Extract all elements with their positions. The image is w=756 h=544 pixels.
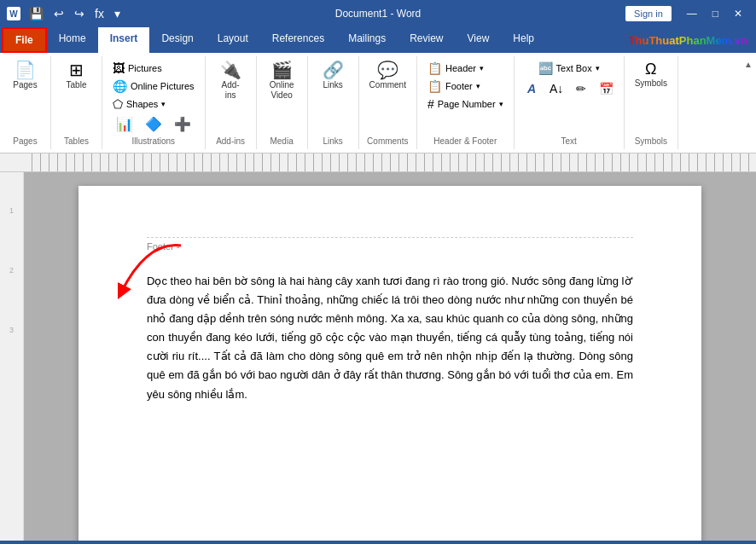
footer-section-label: Footer - (147, 237, 633, 255)
text-items: 🔤 Text Box ▾ (535, 60, 603, 77)
ruler (0, 153, 756, 172)
close-button[interactable]: ✕ (727, 6, 749, 21)
screenshot-icon: ➕ (174, 118, 191, 131)
group-media: 🎬 OnlineVideo Media (257, 56, 308, 149)
document-page: Footer - Dọc theo hai bên bờ sông là hai… (79, 186, 701, 541)
dropcap-icon: A↓ (550, 82, 563, 95)
wordart-icon: A (527, 82, 536, 95)
pictures-button[interactable]: 🖼 Pictures (109, 60, 198, 77)
addins-icon: 🔌 (220, 61, 241, 78)
pages-items: 📄 Pages (9, 60, 43, 92)
signline-icon: ✏ (576, 82, 586, 95)
links-group-label: Links (323, 133, 342, 146)
header-button[interactable]: 📋 Header ▾ (424, 60, 507, 77)
addins-group-label: Add-ins (216, 133, 245, 146)
comments-items: 💬 Comment (366, 60, 410, 92)
signline-button[interactable]: ✏ (571, 80, 592, 97)
header-footer-items: 📋 Header ▾ 📋 Footer ▾ # Page Number ▾ (424, 60, 507, 113)
text-group-label: Text (561, 133, 576, 146)
redo-button[interactable]: ↪ (71, 5, 88, 22)
group-links: 🔗 Links Links (308, 56, 359, 149)
date-icon: 📅 (599, 82, 614, 95)
page-number-button[interactable]: # Page Number ▾ (424, 95, 507, 113)
group-pages: 📄 Pages Pages (0, 56, 51, 149)
status-bar: Page 1 of 1 127 words 📝 English (United … (0, 541, 756, 544)
group-header-footer: 📋 Header ▾ 📋 Footer ▾ # Page Number ▾ He… (417, 56, 515, 149)
formula-button[interactable]: fx (91, 5, 108, 22)
header-dropdown-icon: ▾ (480, 64, 484, 72)
addins-label: Add-ins (222, 80, 240, 101)
text-box-icon: 🔤 (538, 61, 553, 75)
links-label: Links (323, 80, 342, 90)
smartart-button[interactable]: 🔷 (141, 116, 166, 133)
wordart-button[interactable]: A (521, 80, 543, 97)
symbols-label: Symbols (635, 78, 667, 89)
undo-button[interactable]: ↩ (50, 5, 67, 22)
online-video-label: OnlineVideo (270, 80, 294, 101)
comment-button[interactable]: 💬 Comment (366, 60, 410, 92)
tab-insert[interactable]: Insert (98, 27, 150, 53)
chart-icon: 📊 (116, 118, 133, 131)
tab-layout[interactable]: Layout (206, 27, 260, 53)
minimize-button[interactable]: — (680, 6, 704, 21)
tab-file[interactable]: File (2, 27, 47, 53)
illustrations-group-label: Illustrations (132, 133, 176, 146)
quick-access-toolbar: 💾 ↩ ↪ fx ▾ (26, 5, 124, 22)
symbols-button[interactable]: Ω Symbols (631, 60, 671, 90)
save-button[interactable]: 💾 (26, 5, 47, 22)
group-tables: ⊞ Table Tables (51, 56, 102, 149)
pages-button[interactable]: 📄 Pages (9, 60, 43, 92)
pages-icon: 📄 (15, 61, 36, 78)
shapes-button[interactable]: ⬠ Shapes ▾ (109, 95, 198, 113)
tab-references[interactable]: References (260, 27, 336, 53)
header-footer-group-label: Header & Footer (433, 133, 497, 146)
comment-label: Comment (369, 80, 406, 90)
table-icon: ⊞ (69, 61, 84, 78)
dropdown-button[interactable]: ▾ (111, 5, 124, 22)
page-area[interactable]: Footer - Dọc theo hai bên bờ sông là hai… (24, 172, 756, 541)
shapes-icon: ⬠ (113, 97, 123, 111)
illustrations-items: 🖼 Pictures 🌐 Online Pictures ⬠ Shapes ▾ (109, 60, 198, 113)
header-label: Header (445, 63, 476, 73)
chart-button[interactable]: 📊 (112, 116, 137, 133)
footer-label: Footer (445, 81, 473, 91)
tab-home[interactable]: Home (47, 27, 98, 53)
links-items: 🔗 Links (316, 60, 350, 92)
ribbon-collapse[interactable]: ▲ (741, 56, 756, 149)
title-bar: W 💾 ↩ ↪ fx ▾ Document1 - Word Sign in — … (0, 0, 756, 27)
word-icon: W (7, 7, 20, 20)
smartart-icon: 🔷 (145, 118, 162, 131)
watermark-logo: ThuThuatPhanMem.vn (629, 34, 747, 47)
screenshot-button[interactable]: ➕ (170, 116, 195, 133)
pictures-icon: 🖼 (113, 61, 125, 75)
date-button[interactable]: 📅 (596, 80, 617, 97)
tab-design[interactable]: Design (149, 27, 205, 53)
links-button[interactable]: 🔗 Links (316, 60, 350, 92)
footer-button[interactable]: 📋 Footer ▾ (424, 78, 507, 95)
text-box-dropdown-icon: ▾ (596, 64, 600, 72)
shapes-label: Shapes (126, 99, 158, 109)
table-button[interactable]: ⊞ Table (60, 60, 94, 92)
shapes-dropdown: ▾ (161, 100, 166, 108)
footer-dropdown-icon: ▾ (476, 82, 480, 90)
comments-group-label: Comments (367, 133, 408, 146)
tab-view[interactable]: View (456, 27, 502, 53)
maximize-button[interactable]: □ (706, 6, 725, 21)
signin-button[interactable]: Sign in (625, 6, 672, 21)
left-margin-ruler: 1 2 3 (0, 172, 24, 541)
online-pictures-label: Online Pictures (131, 81, 195, 91)
tab-review[interactable]: Review (398, 27, 455, 53)
symbols-group-label: Symbols (635, 133, 667, 146)
tab-help[interactable]: Help (501, 27, 546, 53)
ruler-track (24, 153, 756, 171)
page-number-dropdown-icon: ▾ (499, 100, 503, 108)
text-box-button[interactable]: 🔤 Text Box ▾ (535, 60, 603, 77)
links-icon: 🔗 (323, 61, 344, 78)
tab-mailings[interactable]: Mailings (336, 27, 398, 53)
title-bar-right: Sign in — □ ✕ (625, 6, 749, 21)
dropcap-button[interactable]: A↓ (546, 80, 567, 97)
title-bar-left: W 💾 ↩ ↪ fx ▾ (7, 5, 124, 22)
online-video-button[interactable]: 🎬 OnlineVideo (265, 60, 299, 102)
addins-button[interactable]: 🔌 Add-ins (213, 60, 247, 102)
online-pictures-button[interactable]: 🌐 Online Pictures (109, 78, 198, 95)
